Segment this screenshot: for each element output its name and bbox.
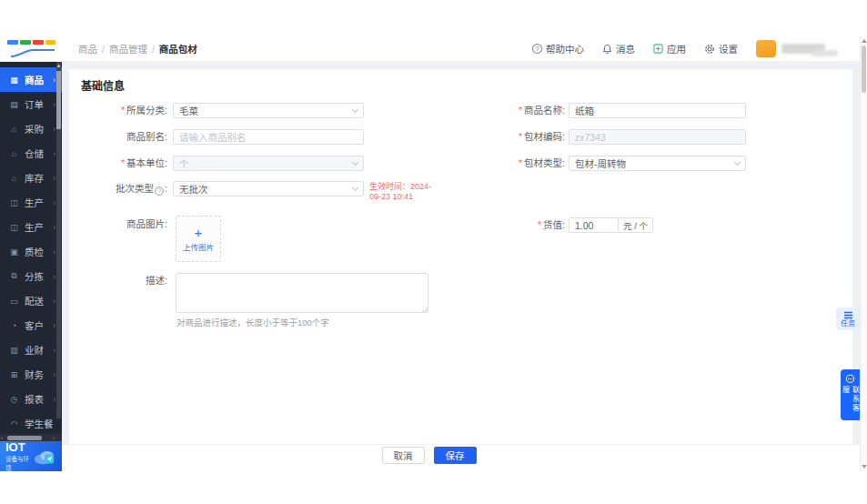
iot-cloud-icon — [33, 447, 56, 467]
scrollbar-thumb[interactable] — [862, 45, 866, 93]
sidebar-item-inventory[interactable]: ⌂ 库存 › — [0, 166, 62, 190]
biz-finance-icon: ▥ — [9, 346, 19, 355]
iot-banner[interactable]: IOT 设备与环境 — [0, 441, 62, 471]
username-redacted-2 — [812, 50, 838, 56]
sidebar-item-label: 生产 — [25, 220, 44, 234]
alias-input[interactable] — [179, 132, 358, 143]
breadcrumb-item[interactable]: 商品 — [78, 42, 97, 55]
messages-button[interactable]: 消息 — [602, 42, 635, 55]
resize-handle[interactable] — [422, 307, 428, 312]
sidebar-item-student-meal[interactable]: ◠ 学生餐 — [0, 411, 62, 434]
sidebar-item-label: 报表 — [25, 392, 44, 406]
sidebar-item-customers[interactable]: ◔ 客户 › — [0, 313, 62, 338]
sidebar-item-products[interactable]: ▦ 商品 › — [0, 67, 62, 92]
customer-service-tab[interactable]: 联系客服 — [841, 369, 860, 420]
sidebar-item-label: 订单 — [25, 97, 44, 111]
description-textarea[interactable] — [176, 273, 428, 313]
settings-label: 设置 — [719, 42, 738, 55]
sidebar-item-orders[interactable]: ▤ 订单 › — [0, 92, 62, 116]
sidebar-item-warehouse[interactable]: ⌂ 仓储 › — [0, 141, 62, 166]
chat-icon — [845, 374, 855, 384]
save-button[interactable]: 保存 — [434, 447, 477, 464]
batch-type-select[interactable]: 无批次 — [173, 181, 364, 197]
sidebar-item-purchase[interactable]: ⌂ 采购 › — [0, 116, 62, 141]
delivery-icon: ▭ — [9, 297, 19, 306]
sidebar-item-sorting[interactable]: ⧉ 分拣 › — [0, 264, 62, 288]
sidebar-item-quality[interactable]: ▣ 质检 › — [0, 239, 62, 264]
form-footer: 取消 保存 — [62, 444, 860, 466]
sidebar-item-production-1[interactable]: ◫ 生产 › — [0, 190, 62, 215]
batch-type-value: 无批次 — [179, 182, 208, 196]
product-name-input[interactable] — [575, 106, 740, 116]
sidebar-item-label: 财务 — [25, 368, 44, 381]
category-value: 毛菜 — [179, 104, 198, 117]
package-type-select[interactable]: 包材-周转物 — [569, 156, 746, 171]
scroll-right-icon[interactable]: › — [53, 434, 55, 441]
required-mark: * — [519, 131, 522, 142]
sidebar-item-biz-finance[interactable]: ▥ 业财 › — [0, 338, 62, 362]
form-card: 基础信息 *所属分类: 毛菜 *商品名称: 商品别名: — [69, 69, 852, 444]
avatar — [756, 40, 776, 57]
meal-icon: ◠ — [9, 419, 19, 428]
scrollbar-up-icon[interactable] — [862, 39, 867, 43]
task-float-button[interactable]: 任务 — [836, 307, 860, 330]
upload-image-button[interactable]: + 上传图片 — [176, 216, 221, 262]
chevron-down-icon — [352, 106, 358, 112]
main-panel: 基础信息 *所属分类: 毛菜 *商品名称: 商品别名: — [62, 62, 860, 471]
package-code-label: *包材编码: — [467, 129, 565, 145]
breadcrumb-separator: / — [102, 44, 105, 55]
service-label: 联系客服 — [841, 386, 861, 420]
alias-label: 商品别名: — [69, 129, 167, 145]
package-type-label: *包材类型: — [467, 156, 565, 171]
batch-type-label: 批次类型?: — [69, 181, 167, 197]
chevron-down-icon — [734, 158, 741, 165]
apps-button[interactable]: 应用 — [653, 42, 686, 55]
package-code-input — [575, 132, 740, 143]
customers-icon: ◔ — [9, 321, 19, 330]
sidebar-item-reports[interactable]: ◷ 报表 › — [0, 387, 62, 411]
brand-logo[interactable] — [0, 36, 62, 62]
task-label: 任务 — [841, 320, 855, 328]
quality-check-icon: ▣ — [9, 247, 19, 257]
info-icon[interactable]: ? — [155, 186, 164, 196]
base-unit-label: *基本单位: — [69, 156, 167, 171]
sidebar-scroll-up-icon[interactable]: ▲ — [55, 63, 62, 68]
product-image-label: 商品图片: — [69, 217, 167, 232]
production-icon: ◫ — [9, 198, 19, 207]
chevron-right-icon: › — [53, 297, 55, 306]
sidebar-item-label: 质检 — [25, 245, 44, 258]
scrollbar-down-icon[interactable] — [862, 465, 867, 469]
chevron-right-icon: › — [53, 346, 55, 355]
sidebar-scrollbar-thumb[interactable] — [56, 71, 61, 129]
reports-icon: ◷ — [9, 395, 19, 404]
iot-subtitle: 设备与环境 — [5, 454, 33, 472]
sidebar-item-label: 学生餐 — [25, 417, 54, 430]
chevron-right-icon: › — [53, 223, 55, 232]
breadcrumb-item[interactable]: 商品管理 — [109, 42, 147, 55]
user-menu[interactable] — [756, 40, 838, 57]
help-center-button[interactable]: ? 帮助中心 — [532, 42, 584, 55]
production-icon: ◫ — [9, 223, 19, 232]
cancel-button[interactable]: 取消 — [382, 447, 425, 464]
grid-icon: ▦ — [9, 76, 19, 85]
alias-field — [173, 129, 364, 145]
required-mark: * — [538, 219, 541, 230]
category-select[interactable]: 毛菜 — [173, 103, 364, 118]
sidebar-horizontal-scrollbar[interactable]: ‹ › — [0, 434, 62, 441]
sidebar-item-delivery[interactable]: ▭ 配送 › — [0, 288, 62, 313]
apps-plus-icon — [653, 44, 663, 54]
sidebar-item-production-2[interactable]: ◫ 生产 › — [0, 215, 62, 239]
horizontal-scrollbar-thumb[interactable] — [7, 436, 42, 440]
sidebar-item-label: 客户 — [25, 318, 44, 332]
chevron-down-icon — [352, 184, 358, 190]
settings-button[interactable]: 设置 — [704, 42, 738, 55]
scroll-left-icon[interactable]: ‹ — [1, 434, 3, 441]
chevron-right-icon: › — [53, 198, 55, 207]
chevron-right-icon: › — [53, 247, 55, 257]
value-input[interactable] — [575, 220, 612, 231]
sidebar-item-finance[interactable]: ⊞ 财务 › — [0, 362, 62, 387]
page-scrollbar[interactable] — [860, 36, 867, 471]
warehouse-icon: ⌂ — [9, 149, 19, 158]
chevron-right-icon: › — [53, 370, 55, 379]
chevron-right-icon: › — [53, 395, 55, 404]
